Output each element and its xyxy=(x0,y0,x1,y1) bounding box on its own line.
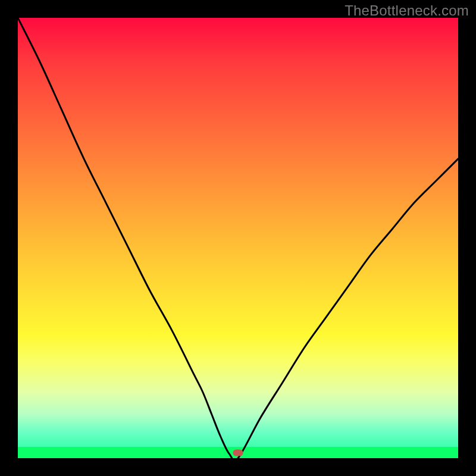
chart-frame: TheBottleneck.com xyxy=(0,0,476,476)
bottleneck-curve xyxy=(18,18,458,458)
watermark-text: TheBottleneck.com xyxy=(345,2,469,19)
optimum-marker-icon xyxy=(233,450,243,456)
plot-area xyxy=(18,18,458,458)
